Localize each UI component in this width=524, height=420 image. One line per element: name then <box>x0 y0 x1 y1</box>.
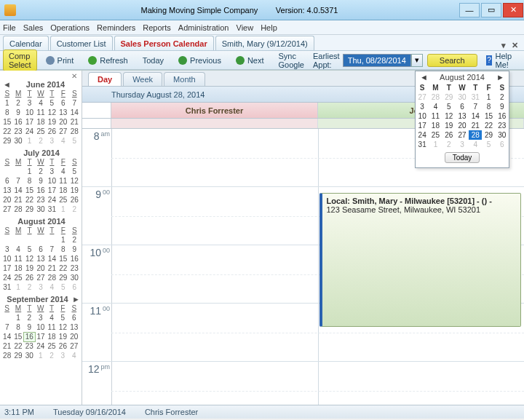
popup-day[interactable]: 31 <box>469 92 482 102</box>
mini-day[interactable]: 4 <box>35 98 46 108</box>
mini-day[interactable]: 6 <box>68 313 79 322</box>
popup-day[interactable]: 5 <box>442 102 456 111</box>
view-tab-week[interactable]: Week <box>123 72 162 86</box>
mini-day[interactable]: 23 <box>35 195 46 205</box>
mini-day[interactable]: 9 <box>12 108 23 117</box>
mini-day[interactable]: 12 <box>57 322 68 332</box>
mini-day[interactable]: 3 <box>35 313 46 322</box>
mini-day[interactable]: 23 <box>12 127 23 136</box>
popup-day[interactable]: 26 <box>442 130 456 140</box>
close-button[interactable]: ✕ <box>503 3 523 17</box>
popup-day[interactable]: 20 <box>456 121 469 130</box>
mini-day[interactable]: 23 <box>69 264 80 273</box>
mini-day[interactable]: 15 <box>57 254 68 264</box>
mini-day[interactable]: 15 <box>12 332 23 341</box>
mini-day[interactable]: 3 <box>57 351 68 360</box>
mini-day[interactable]: 16 <box>35 186 46 195</box>
mini-day[interactable]: 7 <box>1 322 12 332</box>
mini-day[interactable]: 18 <box>12 264 23 273</box>
mini-day[interactable]: 11 <box>46 322 57 332</box>
mini-day[interactable]: 5 <box>69 167 80 176</box>
mini-day[interactable]: 27 <box>68 341 79 351</box>
earliest-appt-input[interactable]: Thu, 08/28/2014 <box>343 54 411 67</box>
help-me-button[interactable]: ?Help Me! <box>480 49 522 71</box>
popup-day[interactable]: 25 <box>429 130 442 140</box>
mini-day[interactable]: 20 <box>1 195 12 205</box>
mini-day[interactable]: 19 <box>47 117 57 127</box>
mini-day[interactable]: 26 <box>24 273 35 282</box>
view-tab-month[interactable]: Month <box>164 72 205 86</box>
mini-day[interactable]: 3 <box>47 167 57 176</box>
mini-day[interactable]: 4 <box>47 282 57 292</box>
mini-day[interactable]: 24 <box>47 195 57 205</box>
menu-help[interactable]: Help <box>261 23 277 32</box>
tab-sales-person-calendar[interactable]: Sales Person Calendar <box>114 36 214 50</box>
mini-day[interactable]: 1 <box>24 167 35 176</box>
mini-day[interactable]: 19 <box>57 332 68 341</box>
today-button[interactable]: Today <box>137 54 170 67</box>
mini-day[interactable]: 1 <box>12 282 23 292</box>
mini-day[interactable]: 19 <box>24 264 35 273</box>
earliest-appt-dropdown[interactable]: ▾ <box>411 54 423 67</box>
mini-day[interactable]: 3 <box>24 98 35 108</box>
mini-day[interactable]: 7 <box>12 176 23 186</box>
menu-reports[interactable]: Reports <box>143 23 171 32</box>
menu-file[interactable]: File <box>3 23 16 32</box>
mini-day[interactable]: 28 <box>12 205 23 214</box>
popup-day[interactable]: 12 <box>442 111 456 121</box>
mini-day[interactable]: 16 <box>69 254 80 264</box>
mini-day[interactable]: 20 <box>35 264 46 273</box>
sync-google-button[interactable]: Sync Google <box>273 49 310 71</box>
popup-day[interactable]: 1 <box>429 140 442 149</box>
popup-day[interactable]: 17 <box>416 121 429 130</box>
mini-day[interactable]: 1 <box>24 136 35 146</box>
popup-day[interactable]: 4 <box>469 140 482 149</box>
mini-day[interactable]: 20 <box>57 117 68 127</box>
popup-day[interactable]: 6 <box>456 102 469 111</box>
mini-day[interactable]: 2 <box>35 136 46 146</box>
mini-day[interactable]: 11 <box>12 254 23 264</box>
popup-today-button[interactable]: Today <box>445 152 480 163</box>
mini-day[interactable]: 17 <box>1 264 12 273</box>
time-grid[interactable]: 8am9001000110012pm Local: Smith, Mary - … <box>82 129 524 405</box>
mini-day[interactable]: 17 <box>24 117 35 127</box>
mini-day[interactable]: 13 <box>35 254 46 264</box>
mini-day[interactable]: 4 <box>57 136 68 146</box>
mini-day[interactable]: 16 <box>12 117 23 127</box>
mini-day[interactable]: 2 <box>35 167 46 176</box>
mini-day[interactable]: 11 <box>57 176 68 186</box>
mini-day[interactable] <box>24 235 35 245</box>
mini-day[interactable]: 1 <box>35 351 46 360</box>
menu-operations[interactable]: Operations <box>50 23 90 32</box>
mini-day[interactable]: 3 <box>35 282 46 292</box>
mini-day[interactable]: 9 <box>69 245 80 254</box>
sidebar-close-icon[interactable]: ✕ <box>1 72 82 80</box>
mini-day[interactable]: 10 <box>24 108 35 117</box>
mini-day[interactable]: 2 <box>24 282 35 292</box>
search-button[interactable]: Search <box>427 54 477 67</box>
mini-day[interactable]: 6 <box>57 98 68 108</box>
popup-day[interactable]: 23 <box>496 121 509 130</box>
popup-day[interactable]: 30 <box>456 92 469 102</box>
mini-prev-icon[interactable]: ◄ <box>3 80 11 89</box>
mini-day[interactable] <box>1 313 12 322</box>
mini-day[interactable]: 28 <box>47 273 57 282</box>
mini-day[interactable]: 18 <box>57 186 68 195</box>
mini-day[interactable]: 15 <box>1 117 12 127</box>
mini-day[interactable]: 25 <box>12 273 23 282</box>
popup-day[interactable]: 16 <box>496 111 509 121</box>
mini-day[interactable]: 11 <box>35 108 46 117</box>
popup-day[interactable]: 30 <box>496 130 509 140</box>
mini-day[interactable]: 9 <box>35 176 46 186</box>
mini-day[interactable]: 17 <box>35 332 46 341</box>
hour-row[interactable]: 12pm <box>82 362 524 405</box>
mini-day[interactable]: 21 <box>12 195 23 205</box>
mini-day[interactable]: 7 <box>69 98 80 108</box>
popup-day[interactable]: 24 <box>416 130 429 140</box>
mini-day[interactable]: 4 <box>46 313 57 322</box>
mini-day[interactable]: 10 <box>35 322 46 332</box>
mini-day[interactable]: 22 <box>57 264 68 273</box>
comp-select-button[interactable]: Comp Select <box>3 49 37 71</box>
mini-day[interactable]: 1 <box>12 313 23 322</box>
popup-day[interactable]: 3 <box>416 102 429 111</box>
